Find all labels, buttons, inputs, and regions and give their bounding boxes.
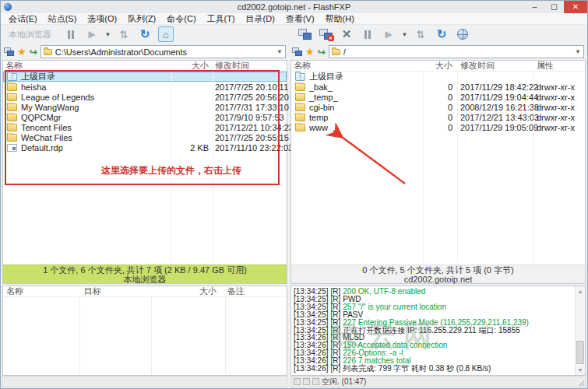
favorites-star-icon[interactable]: ★ [17, 46, 26, 58]
file-size: 0 [423, 123, 457, 132]
transfer-queue-icon[interactable]: ⇅ [116, 26, 132, 42]
local-status-bar: 1 个文件, 6 个文件夹, 共计 7 项 (2 KB / 9.47 GB 可用… [3, 265, 287, 283]
folder-icon [332, 49, 340, 55]
column-divider[interactable] [533, 72, 534, 264]
file-row[interactable]: _temp_ 0 2017/11/29 19:04:44 drwxr-xr-x [291, 92, 585, 102]
file-row[interactable]: 上级目录 [291, 72, 585, 82]
file-attr: drwxr-xr-x [533, 123, 585, 132]
maximize-button[interactable]: ◻ [544, 1, 564, 13]
menu-item[interactable]: 帮助(H) [320, 13, 360, 24]
log-channel: [R] [330, 318, 340, 327]
flashfxp-window: cd2002.gotoip.net - FlashFXP – ◻ ✕ 会话(E)… [0, 0, 588, 389]
transfer-queue-pane: 名称 目标 大小 备注 [2, 286, 287, 376]
play-icon[interactable]: ▶ [84, 26, 100, 42]
column-header-attr[interactable]: 属性 [533, 60, 585, 72]
file-row[interactable]: temp 0 2017/12/21 13:43:03 drwxr-xr-x [291, 112, 585, 122]
column-divider[interactable] [79, 297, 80, 374]
go-arrow-icon[interactable]: ↪ [30, 47, 37, 58]
file-modified: 2017/11/29 18:42:22 [457, 82, 533, 92]
path-row: ★ ↪ C:\Users\Administrator\Documents ▼ ★… [1, 44, 587, 60]
favorites-star-icon[interactable]: ★ [305, 46, 315, 58]
chevron-down-icon[interactable]: ▼ [276, 48, 283, 55]
go-arrow-icon[interactable]: ↪ [318, 47, 326, 58]
scroll-down-icon[interactable]: ▼ [576, 365, 585, 375]
remote-status-counts: 0 个文件, 5 个文件夹, 共计 5 项 (0 字节) [291, 265, 585, 275]
column-header-note[interactable]: 备注 [223, 286, 287, 297]
home-icon[interactable]: ⌂ [158, 26, 174, 42]
connect-icon[interactable] [297, 26, 312, 42]
transfer-queue-icon[interactable]: ⇅ [413, 26, 428, 42]
remote-path-value: / [343, 47, 572, 57]
file-name: 上级目录 [309, 71, 343, 82]
file-modified: 2017/11/29 19:05:09 [457, 123, 533, 132]
file-attr: drwxr-xr-x [533, 82, 585, 92]
local-toolbar: 本地浏览器 ▶ ▼ ⇅ ↻ ⌂ [1, 25, 290, 44]
close-button[interactable]: ✕ [564, 1, 587, 13]
file-attr: drwxr-xr-x [533, 113, 585, 122]
chevron-down-icon[interactable]: ▼ [575, 48, 581, 55]
chevron-down-icon[interactable]: ▼ [402, 26, 407, 42]
menu-item[interactable]: 站点(S) [43, 13, 83, 24]
remote-host-label: cd2002.gotoip.net [291, 275, 585, 284]
status-lock-icon [294, 378, 301, 385]
refresh-icon[interactable]: ↻ [137, 26, 153, 42]
ftp-log-pane: [13:34:25][R]200 OK, UTF-8 enabled [13:3… [290, 286, 586, 376]
browse-computer-icon[interactable] [292, 47, 302, 56]
refresh-icon[interactable]: ↻ [434, 26, 449, 42]
menu-bar: 会话(E) 站点(S) 选项(O) 队列(Z) 命令(C) 工具(T) 目录(D… [1, 13, 587, 25]
disconnect-icon[interactable]: ✕ [318, 26, 333, 42]
file-size: 0 [423, 113, 457, 122]
column-divider[interactable] [151, 297, 152, 374]
column-header-modified[interactable]: 修改时间 [457, 60, 533, 72]
column-header-name[interactable]: 名称 [291, 60, 423, 72]
globe-icon[interactable] [455, 26, 470, 42]
queue-header: 名称 目标 大小 备注 [3, 286, 287, 297]
file-row[interactable]: _bak_ 0 2017/11/29 18:42:22 drwxr-xr-x [291, 82, 585, 92]
menu-item[interactable]: 查看(V) [280, 13, 320, 24]
play-icon[interactable]: ▶ [381, 26, 396, 42]
menu-item[interactable]: 选项(O) [82, 13, 122, 24]
log-scrollbar[interactable]: ▲ ▼ [575, 286, 585, 375]
title-bar[interactable]: cd2002.gotoip.net - FlashFXP – ◻ ✕ [1, 1, 587, 13]
column-divider[interactable] [225, 297, 226, 374]
window-title: cd2002.gotoip.net - FlashFXP [1, 2, 587, 12]
resize-grip[interactable] [576, 378, 584, 386]
folder-icon [44, 49, 52, 55]
menu-item[interactable]: 工具(T) [202, 13, 241, 24]
column-header-size[interactable]: 大小 [151, 286, 223, 297]
scrollbar-thumb[interactable] [576, 341, 584, 364]
local-status-label: 本地浏览器 [3, 275, 287, 284]
log-message: 正在打开数据连接 IP: 116.255.229.211 端口: 15855 [343, 326, 520, 335]
pause-icon[interactable] [360, 26, 375, 42]
abort-icon[interactable]: ✕ [339, 26, 354, 42]
menu-item[interactable]: 队列(Z) [122, 13, 161, 24]
minimize-button[interactable]: – [525, 1, 544, 13]
local-status-counts: 1 个文件, 6 个文件夹, 共计 7 项 (2 KB / 9.47 GB 可用… [3, 265, 287, 275]
remote-path-bar: ★ ↪ / ▼ [290, 44, 586, 60]
file-row[interactable]: cgi-bin 0 2008/12/19 16:21:38 drwxr-xr-x [291, 102, 585, 112]
ftp-log-lines: [13:34:25][R]200 OK, UTF-8 enabled [13:3… [294, 288, 573, 373]
remote-path-combobox[interactable]: / ▼ [329, 45, 584, 58]
column-header-name[interactable]: 名称 [3, 286, 79, 297]
toolbar-row: 本地浏览器 ▶ ▼ ⇅ ↻ ⌂ ✕ ✕ ▶ ▼ ⇅ ↻ [1, 25, 587, 44]
menu-item[interactable]: 命令(C) [161, 13, 201, 24]
file-size: 0 [423, 82, 457, 92]
menu-item[interactable]: 会话(E) [3, 13, 43, 24]
column-header-size[interactable]: 大小 [423, 60, 457, 72]
menu-item[interactable]: 目录(D) [241, 13, 280, 24]
remote-toolbar: ✕ ✕ ▶ ▼ ⇅ ↻ [290, 25, 470, 44]
local-path-combobox[interactable]: C:\Users\Administrator\Documents ▼ [40, 45, 286, 58]
column-divider[interactable] [457, 72, 458, 264]
chevron-down-icon[interactable]: ▼ [105, 26, 111, 42]
log-timestamp: [13:34:26] [294, 364, 328, 373]
remote-list-header: 名称 大小 修改时间 属性 [291, 61, 585, 72]
pause-icon[interactable] [63, 26, 79, 42]
browse-computer-icon[interactable] [4, 47, 14, 56]
scroll-up-icon[interactable]: ▲ [576, 286, 585, 296]
log-timestamp: [13:34:25] [294, 318, 328, 327]
flashfxp-app-icon [4, 3, 12, 11]
column-header-target[interactable]: 目标 [79, 286, 151, 297]
file-attr: drwxr-xr-x [533, 103, 585, 112]
local-path-bar: ★ ↪ C:\Users\Administrator\Documents ▼ [2, 44, 287, 60]
file-name: _temp_ [309, 93, 338, 102]
